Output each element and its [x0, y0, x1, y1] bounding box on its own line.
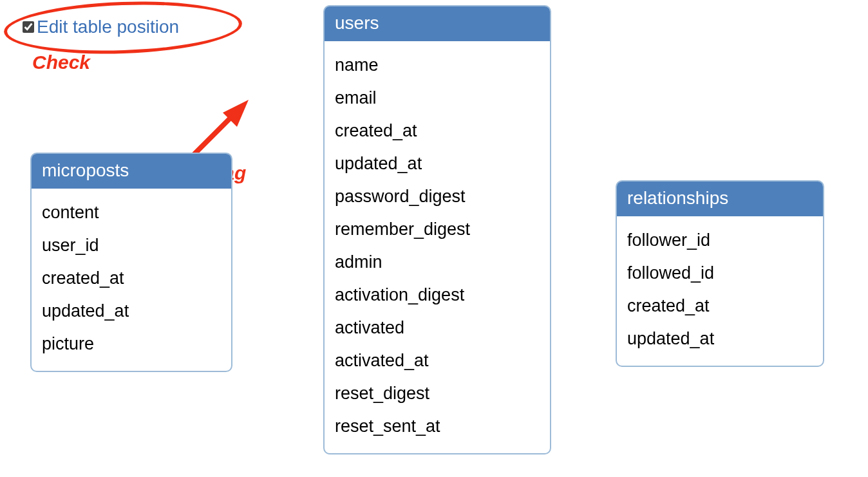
table-body-users: name email created_at updated_at passwor…	[325, 41, 550, 453]
annotation-check-label: Check	[32, 51, 90, 73]
column-name: activated_at	[335, 344, 540, 377]
column-name: updated_at	[335, 147, 540, 180]
column-name: name	[335, 49, 540, 82]
column-name: picture	[42, 328, 221, 360]
column-name: created_at	[335, 115, 540, 147]
column-name: activated	[335, 312, 540, 344]
column-name: activation_digest	[335, 279, 540, 312]
column-name: remember_digest	[335, 213, 540, 246]
table-header-users[interactable]: users	[325, 6, 550, 41]
table-body-relationships: follower_id followed_id created_at updat…	[617, 216, 823, 366]
edit-table-position-checkbox[interactable]	[23, 21, 34, 33]
table-relationships[interactable]: relationships follower_id followed_id cr…	[616, 180, 824, 367]
table-users[interactable]: users name email created_at updated_at p…	[323, 5, 551, 454]
svg-marker-0	[223, 100, 249, 127]
table-microposts[interactable]: microposts content user_id created_at up…	[30, 153, 232, 372]
column-name: reset_sent_at	[335, 410, 540, 443]
column-name: created_at	[42, 262, 221, 295]
edit-table-position-label[interactable]: Edit table position	[37, 17, 179, 37]
column-name: updated_at	[627, 323, 813, 355]
column-name: password_digest	[335, 180, 540, 213]
column-name: created_at	[627, 290, 813, 323]
column-name: follower_id	[627, 224, 813, 257]
column-name: followed_id	[627, 257, 813, 290]
table-header-relationships[interactable]: relationships	[617, 182, 823, 216]
table-body-microposts: content user_id created_at updated_at pi…	[32, 189, 231, 371]
column-name: admin	[335, 246, 540, 279]
column-name: email	[335, 82, 540, 115]
column-name: content	[42, 196, 221, 229]
column-name: reset_digest	[335, 377, 540, 410]
table-header-microposts[interactable]: microposts	[32, 154, 231, 189]
column-name: user_id	[42, 229, 221, 262]
column-name: updated_at	[42, 295, 221, 328]
edit-table-position-toggle[interactable]: Edit table position	[23, 17, 179, 37]
